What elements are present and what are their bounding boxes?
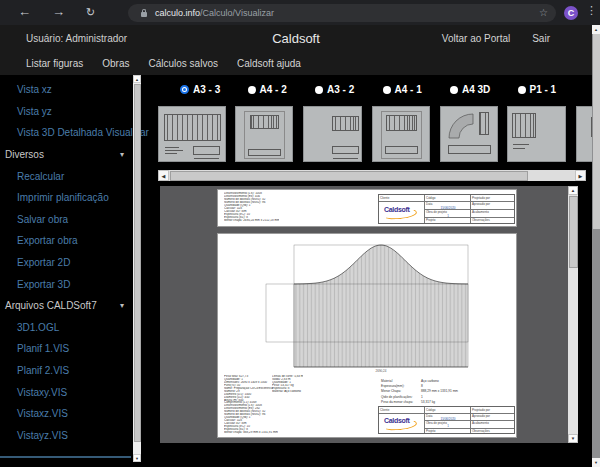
sidebar-item[interactable]: Planif 2.VIS ▾: [0, 360, 132, 382]
field-observacoes: Observações: [471, 218, 516, 223]
scroll-up-icon[interactable]: ▲: [133, 75, 141, 83]
sidebar-item[interactable]: Imprimir planificação ▾: [0, 187, 132, 209]
thumbnail-a4-2[interactable]: [235, 106, 293, 162]
sidebar-item[interactable]: Recalcular ▾: [0, 165, 132, 187]
sidebar-item[interactable]: Arquivos CALDSoft7 ▾: [0, 295, 132, 317]
preview-page-2: 2690,24 Peso total: 627,73Quantidade: 1D…: [217, 233, 517, 438]
scroll-down-icon[interactable]: ▼: [568, 434, 578, 443]
spec-mid-column: Linhas de corte: 5,83 mSolda: 2,83 mQuan…: [272, 375, 303, 393]
radio-icon: [518, 86, 526, 94]
sidebar-scroll-thumb[interactable]: [134, 84, 141, 442]
view-option[interactable]: A4 - 1: [383, 84, 451, 95]
sidebar-item[interactable]: 3D1.OGL ▾: [0, 317, 132, 339]
scroll-right-icon[interactable]: ▶: [575, 170, 586, 181]
sidebar-item[interactable]: Vista 3D Detalhada Visualizar ▾: [0, 122, 132, 144]
nav-item[interactable]: Obras: [102, 58, 129, 69]
app-header: Usuário: Administrador Caldsoft Voltar a…: [0, 25, 592, 75]
title-block: Cliente Código Projetado por Data 15/06/…: [378, 194, 515, 224]
avatar[interactable]: C: [564, 6, 578, 20]
back-icon[interactable]: ←: [18, 3, 31, 21]
spec-left-column: Peso total: 627,73Quantidade: 1Dimensões…: [224, 375, 278, 434]
sair-link[interactable]: Sair: [532, 33, 550, 44]
scroll-down-icon[interactable]: ▼: [133, 454, 141, 462]
view-option[interactable]: A4 - 2: [248, 84, 316, 95]
field-codigo: Código: [425, 195, 470, 200]
thumbnail-a3-3[interactable]: [158, 106, 226, 162]
caldsoft-logo: Caldsoft: [382, 415, 421, 432]
title-block-bottom: Cliente Código Projetado por Data 15/06/…: [378, 406, 515, 434]
sidebar: Vista xz ▾ Vista yz ▾ Vista 3D Detalhada…: [0, 79, 132, 446]
page-scrollbar[interactable]: ▲ ▼: [592, 25, 600, 467]
document-preview: Desenvolvimento (LS): 1008Desenvolviment…: [160, 186, 578, 443]
address-bar[interactable]: calculo.info/Calculo/Visualizar ☆: [128, 4, 556, 22]
sidebar-bottom-divider: [0, 456, 131, 458]
nav-item[interactable]: Cálculos salvos: [148, 58, 217, 69]
view-option[interactable]: P1 - 1: [518, 84, 586, 95]
sidebar-item[interactable]: Vistayz.VIS ▾: [0, 425, 132, 447]
h-scroll-thumb[interactable]: [170, 171, 528, 181]
chevron-down-icon: ▾: [120, 301, 124, 310]
preview-scroll-thumb[interactable]: [569, 196, 578, 268]
spec-right-column: Material Aço carbono Espessura(mm): 8 Me…: [381, 379, 458, 405]
field-projeto: Projeto: [425, 218, 470, 223]
radio-icon: [315, 86, 323, 94]
page-scroll-thumb[interactable]: [593, 34, 600, 229]
lock-icon: [140, 8, 148, 17]
spec-text-block: Desenvolvimento (LS): 1008Desenvolviment…: [224, 192, 279, 222]
preview-v-scrollbar[interactable]: ▲ ▼: [568, 186, 578, 443]
thumbnail-p1-1[interactable]: [507, 106, 566, 162]
thumbnail-a4-1[interactable]: [372, 106, 430, 162]
scroll-down-icon[interactable]: ▼: [592, 458, 600, 467]
sidebar-item[interactable]: Vistaxz.VIS ▾: [0, 403, 132, 425]
main-content: A3 - 3 A4 - 2 A3 - 2 A4 - 1 A4 3D P1 - 1: [148, 75, 592, 467]
sidebar-item[interactable]: Vista xz ▾: [0, 79, 132, 101]
nav-item[interactable]: Listar figuras: [26, 58, 83, 69]
radio-icon: [383, 86, 391, 94]
reload-icon[interactable]: ↻: [86, 3, 95, 21]
menu-dots-icon[interactable]: ⋮: [586, 4, 597, 17]
scroll-up-icon[interactable]: ▲: [568, 186, 578, 195]
view-option[interactable]: A3 - 2: [315, 84, 383, 95]
scroll-up-icon[interactable]: ▲: [592, 25, 600, 34]
sidebar-item[interactable]: Vista yz ▾: [0, 101, 132, 123]
nav-item[interactable]: Caldsoft ajuda: [237, 58, 301, 69]
sidebar-item[interactable]: Exportar 2D ▾: [0, 252, 132, 274]
radio-icon: [450, 86, 458, 94]
scroll-left-icon[interactable]: ◀: [158, 170, 169, 181]
sidebar-item[interactable]: Salvar obra ▾: [0, 209, 132, 231]
url-text: calculo.info/Calculo/Visualizar: [155, 8, 274, 18]
h-scrollbar[interactable]: ◀ ▶: [158, 170, 586, 181]
browser-window: ← → ↻ calculo.info/Calculo/Visualizar ☆ …: [0, 0, 600, 467]
preview-page-1: Desenvolvimento (LS): 1008Desenvolviment…: [217, 189, 517, 227]
radio-icon: [180, 85, 189, 94]
field-aprovado: Aprovado por: [471, 202, 516, 207]
field-cliente: Cliente: [379, 195, 424, 200]
sidebar-scrollbar[interactable]: ▲ ▼: [133, 75, 141, 462]
caldsoft-logo: Caldsoft: [382, 204, 421, 221]
field-projetado: Projetado por: [471, 195, 516, 200]
forward-icon[interactable]: →: [52, 3, 65, 21]
view-option[interactable]: A3 - 3: [180, 84, 248, 95]
field-acabamento: Acabamento: [471, 210, 516, 215]
sidebar-item[interactable]: Diversos ▾: [0, 144, 132, 166]
voltar-portal-link[interactable]: Voltar ao Portal: [442, 33, 510, 44]
sidebar-item[interactable]: Vistaxy.VIS ▾: [0, 381, 132, 403]
radio-icon: [248, 86, 256, 94]
drawing-dimension-label: 2690,24: [376, 369, 387, 373]
browser-toolbar: ← → ↻ calculo.info/Calculo/Visualizar ☆ …: [0, 0, 600, 25]
thumbnail-extra[interactable]: [576, 106, 592, 162]
thumbnail-a3-2[interactable]: [303, 106, 362, 162]
app-nav: Listar figurasObrasCálculos salvosCaldso…: [26, 58, 301, 69]
view-option[interactable]: A4 3D: [450, 84, 518, 95]
star-icon[interactable]: ☆: [539, 7, 548, 18]
sidebar-item[interactable]: Planif 1.VIS ▾: [0, 338, 132, 360]
sidebar-item[interactable]: Exportar 3D ▾: [0, 273, 132, 295]
chevron-down-icon: ▾: [120, 150, 124, 159]
thumbnail-a4-3d[interactable]: [440, 106, 498, 162]
sidebar-item[interactable]: Exportar obra ▾: [0, 230, 132, 252]
view-selector: A3 - 3 A4 - 2 A3 - 2 A4 - 1 A4 3D P1 - 1: [180, 84, 585, 95]
